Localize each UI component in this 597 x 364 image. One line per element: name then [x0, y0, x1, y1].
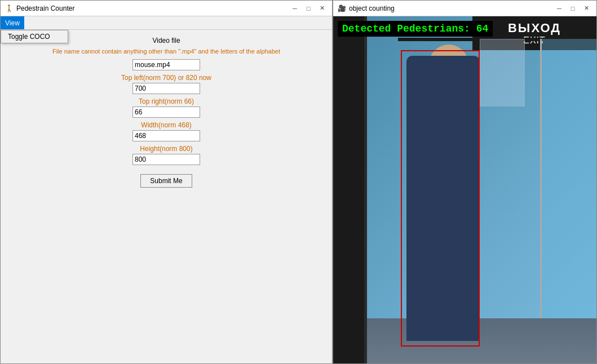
titlebar-left: 🚶 Pedestrain Counter — [5, 5, 74, 12]
bounding-box — [401, 50, 480, 347]
exit-sign-russian: ВЫХОД — [479, 21, 590, 35]
scene: Detected Pedestrians: 64 ВЫХОД EXIT — [333, 16, 596, 363]
menu-bar: View Toggle COCO — [1, 16, 332, 30]
filename-group — [7, 59, 325, 70]
view-dropdown: Toggle COCO — [1, 30, 68, 43]
right-titlebar-controls: ─ □ ✕ — [554, 4, 592, 13]
right-window-title: object counting — [349, 5, 395, 12]
top-left-input[interactable] — [132, 83, 200, 94]
right-titlebar: 🎥 object counting ─ □ ✕ — [333, 1, 596, 16]
left-minimize-button[interactable]: ─ — [289, 4, 300, 13]
left-close-button[interactable]: ✕ — [316, 4, 328, 13]
left-maximize-button[interactable]: □ — [303, 4, 314, 13]
filename-input[interactable] — [132, 59, 200, 70]
pedestrian-counter-window: 🚶 Pedestrain Counter ─ □ ✕ View Toggle C… — [0, 0, 333, 364]
right-minimize-button[interactable]: ─ — [554, 4, 565, 13]
detection-text: Detected Pedestrians: 64 — [342, 23, 488, 34]
top-right-group: Top right(norm 66) — [7, 97, 325, 118]
view-menu[interactable]: View — [1, 16, 24, 29]
wall-detail — [480, 39, 525, 106]
submit-button[interactable]: Submit Me — [140, 174, 192, 188]
top-right-input[interactable] — [132, 106, 200, 118]
glass-panel — [540, 39, 596, 318]
top-left-label: Top left(norm 700) or 820 now — [121, 74, 211, 82]
height-group: Height(norm 800) — [7, 145, 325, 165]
width-input[interactable] — [132, 130, 200, 141]
width-group: Width(norm 468) — [7, 121, 325, 141]
warning-message: File name cannot contain anything other … — [52, 48, 280, 55]
camera-feed: Detected Pedestrians: 64 ВЫХОД EXIT — [333, 16, 596, 363]
door-left-frame — [333, 16, 367, 363]
height-input[interactable] — [132, 154, 200, 165]
height-label: Height(norm 800) — [140, 145, 192, 153]
right-close-button[interactable]: ✕ — [581, 4, 592, 13]
right-titlebar-left: 🎥 object counting — [338, 5, 395, 12]
width-label: Width(norm 468) — [141, 121, 191, 129]
video-file-label: Video file — [152, 37, 180, 45]
detection-overlay: Detected Pedestrians: 64 — [338, 21, 493, 37]
right-maximize-button[interactable]: □ — [567, 4, 578, 13]
scene-background: ВЫХОД EXIT — [367, 16, 596, 363]
left-titlebar-controls: ─ □ ✕ — [289, 4, 328, 13]
toggle-coco-item[interactable]: Toggle COCO — [1, 30, 68, 43]
top-right-label: Top right(norm 66) — [139, 97, 194, 105]
form-content: Video file File name cannot contain anyt… — [1, 30, 332, 363]
left-window-title: Pedestrain Counter — [16, 5, 74, 12]
camera-icon: 🎥 — [338, 5, 346, 12]
top-left-group: Top left(norm 700) or 820 now — [7, 74, 325, 94]
left-titlebar: 🚶 Pedestrain Counter ─ □ ✕ — [1, 1, 332, 16]
object-counting-window: 🎥 object counting ─ □ ✕ Detected Pedestr… — [333, 0, 597, 364]
app-icon: 🚶 — [5, 5, 13, 12]
